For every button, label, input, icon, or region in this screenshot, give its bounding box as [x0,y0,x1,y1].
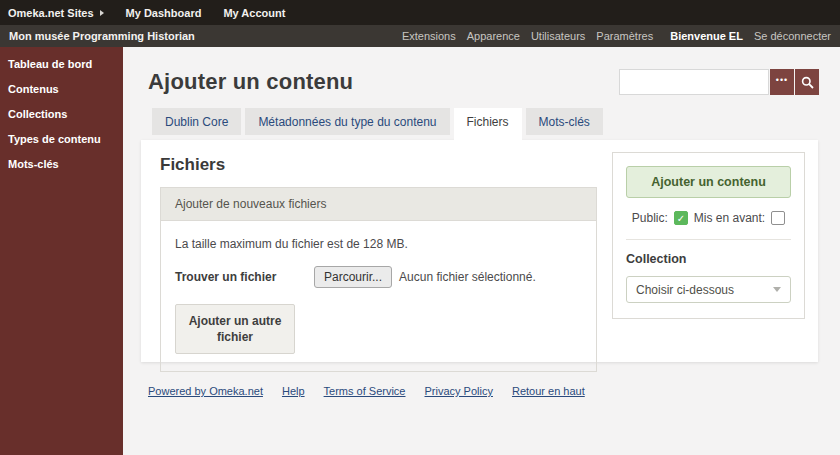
no-file-selected-text: Aucun fichier sélectionné. [399,270,536,284]
sidebar-item-mots-cles[interactable]: Mots-clés [0,152,123,177]
files-section: Fichiers Ajouter de nouveaux fichiers La… [141,140,597,372]
search-options-button[interactable]: ••• [770,69,794,95]
search-input[interactable] [619,69,769,95]
site-title: Mon musée Programming Historian [9,30,195,42]
sidebar-item-types-de-contenu[interactable]: Types de contenu [0,127,123,152]
site-navbar: Mon musée Programming Historian Extensio… [0,25,840,47]
search-icon [801,76,814,89]
nav-utilisateurs[interactable]: Utilisateurs [531,30,585,42]
visibility-options: Public: ✓ Mis en avant: [626,211,791,225]
sidebar-item-contenus[interactable]: Contenus [0,77,123,102]
sidebar-item-collections[interactable]: Collections [0,102,123,127]
collection-select-value: Choisir ci-dessous [636,283,734,297]
add-files-box-header: Ajouter de nouveaux fichiers [161,188,596,221]
save-panel: Ajouter un contenu Public: ✓ Mis en avan… [612,152,805,319]
footer-privacy[interactable]: Privacy Policy [425,385,493,397]
sidebar-item-tableau-de-bord[interactable]: Tableau de bord [0,52,123,77]
more-options-icon: ••• [776,76,788,85]
topbar-omeka-sites[interactable]: Omeka.net Sites [8,7,104,19]
footer-back-to-top[interactable]: Retour en haut [512,385,585,397]
add-content-submit-button[interactable]: Ajouter un contenu [626,166,791,198]
logout-link[interactable]: Se déconnecter [754,30,831,42]
admin-topbar: Omeka.net Sites My Dashboard My Account [0,0,840,25]
tab-fichiers[interactable]: Fichiers [454,108,522,147]
featured-checkbox[interactable] [771,211,785,225]
topbar-my-dashboard[interactable]: My Dashboard [126,7,202,19]
tab-content-panel: Fichiers Ajouter de nouveaux fichiers La… [141,140,818,362]
section-title: Fichiers [160,155,597,175]
page-title: Ajouter un contenu [148,69,353,95]
content-tabs: Dublin Core Métadonnées du type du conte… [123,108,840,135]
find-file-label: Trouver un fichier [175,270,314,284]
max-file-size-text: La taille maximum du fichier est de 128 … [175,237,582,251]
add-files-box: Ajouter de nouveaux fichiers La taille m… [160,187,597,372]
main-content: Ajouter un contenu ••• Dublin Core Métad… [123,47,840,397]
nav-parametres[interactable]: Paramètres [596,30,653,42]
chevron-down-icon [773,287,781,292]
footer-help[interactable]: Help [282,385,305,397]
tab-metadonnees[interactable]: Métadonnées du type du contenu [245,108,449,135]
nav-extensions[interactable]: Extensions [402,30,456,42]
browse-button[interactable]: Parcourir... [314,266,392,288]
footer-terms[interactable]: Terms of Service [324,385,406,397]
topbar-omeka-sites-label: Omeka.net Sites [8,7,94,19]
checkmark-icon: ✓ [677,213,685,224]
add-another-file-button[interactable]: Ajouter un autre fichier [175,304,295,354]
find-file-row: Trouver un fichier Parcourir... Aucun fi… [175,266,582,288]
topbar-my-account[interactable]: My Account [223,7,285,19]
caret-right-icon [100,10,104,16]
featured-label: Mis en avant: [694,211,765,225]
public-label: Public: [632,211,668,225]
footer-powered-by[interactable]: Powered by Omeka.net [148,385,263,397]
panel-divider [626,239,791,240]
collection-label: Collection [626,252,791,266]
add-files-box-body: La taille maximum du fichier est de 128 … [161,221,596,371]
welcome-user: Bienvenue EL [670,30,743,42]
sidebar: Tableau de bord Contenus Collections Typ… [0,47,123,455]
search-submit-button[interactable] [795,69,819,95]
public-checkbox[interactable]: ✓ [674,211,688,225]
tab-dublin-core[interactable]: Dublin Core [152,108,241,135]
collection-select[interactable]: Choisir ci-dessous [626,276,791,303]
search-bar: ••• [619,69,819,95]
navbar-links: Extensions Apparence Utilisateurs Paramè… [402,30,831,42]
nav-apparence[interactable]: Apparence [467,30,520,42]
page-header: Ajouter un contenu ••• [123,47,840,108]
tab-mots-cles[interactable]: Mots-clés [526,108,603,135]
